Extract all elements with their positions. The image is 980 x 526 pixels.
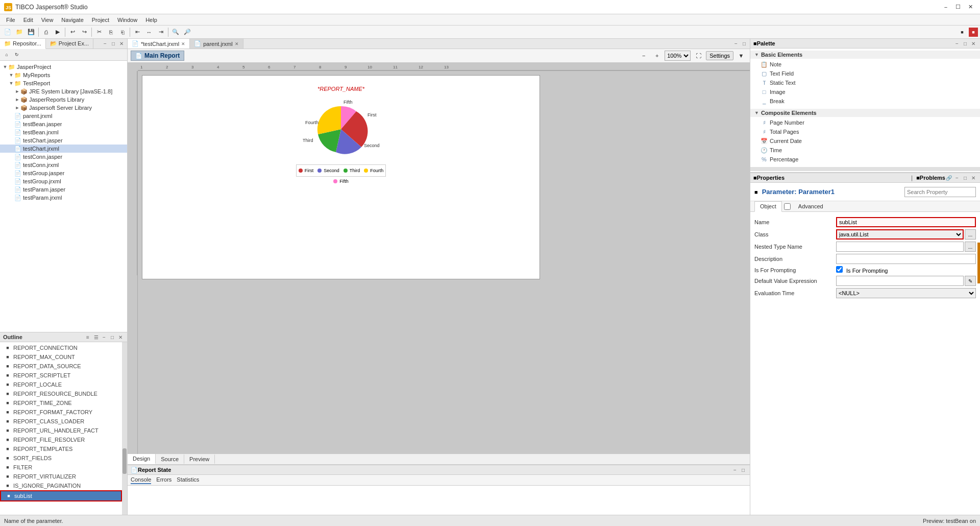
- tree-item-testchart-jrxml[interactable]: 📄 testChart.jrxml: [0, 145, 127, 153]
- props-min-icon[interactable]: −: [953, 174, 961, 181]
- tree-item-testgroup-jasper[interactable]: 📄 testGroup.jasper: [0, 169, 127, 177]
- outline-item-report-templates[interactable]: ■ REPORT_TEMPLATES: [0, 444, 122, 453]
- props-input-description[interactable]: [836, 254, 976, 264]
- tree-home-btn[interactable]: ⌂: [2, 50, 11, 59]
- palette-item-image[interactable]: □ Image: [750, 87, 980, 97]
- tb-print[interactable]: ⎙: [40, 27, 52, 38]
- tree-item-testgroup-jrxml[interactable]: 📄 testGroup.jrxml: [0, 177, 127, 185]
- tb-right-max[interactable]: ■: [969, 28, 978, 37]
- tb-align-center[interactable]: ↔: [143, 27, 155, 38]
- tree-item-jaspersoft-lib[interactable]: ► 📦 Jaspersoft Server Library: [0, 104, 127, 112]
- outline-minimize-icon[interactable]: −: [101, 333, 108, 341]
- palette-close-icon[interactable]: ✕: [970, 40, 977, 47]
- minimize-panel-icon[interactable]: −: [102, 40, 109, 47]
- minimize-button[interactable]: −: [940, 2, 951, 13]
- view-tab-design[interactable]: Design: [128, 454, 156, 464]
- palette-item-textfield[interactable]: ▢ Text Field: [750, 69, 980, 78]
- tree-item-testconn-jasper[interactable]: 📄 testConn.jasper: [0, 153, 127, 161]
- tab-repository[interactable]: 📁 Repositor...: [0, 39, 46, 49]
- props-checkbox-prompting[interactable]: [836, 266, 843, 273]
- outline-maximize-icon[interactable]: □: [109, 333, 116, 341]
- outline-item-report-url-handler[interactable]: ■ REPORT_URL_HANDLER_FACT: [0, 426, 122, 435]
- outline-collapse-icon[interactable]: ≡: [84, 333, 91, 341]
- zoom-select[interactable]: 100% 75% 50% 150%: [665, 51, 691, 61]
- rs-tab-statistics[interactable]: Statistics: [177, 476, 199, 484]
- menu-view[interactable]: View: [37, 16, 58, 24]
- tree-item-jre-lib[interactable]: ► 📦 JRE System Library [JavaSE-1.8]: [0, 87, 127, 95]
- palette-item-currentdate[interactable]: 📅 Current Date: [750, 136, 980, 146]
- outline-item-report-data-source[interactable]: ■ REPORT_DATA_SOURCE: [0, 362, 122, 371]
- close-panel-icon[interactable]: ✕: [118, 40, 125, 47]
- settings-dropdown-btn[interactable]: ▼: [736, 50, 747, 61]
- outline-item-sort-fields[interactable]: ■ SORT_FIELDS: [0, 453, 122, 463]
- canvas-scroll-area[interactable]: *REPORT_NAME*: [138, 71, 750, 454]
- tab-project-explorer[interactable]: 📂 Project Ex...: [46, 39, 93, 49]
- palette-min-icon[interactable]: −: [953, 40, 961, 47]
- palette-max-icon[interactable]: □: [962, 40, 969, 47]
- tab-parent-close[interactable]: ✕: [235, 41, 239, 46]
- tb-redo[interactable]: ↪: [79, 27, 90, 38]
- close-button[interactable]: ✕: [965, 2, 976, 13]
- props-max-icon[interactable]: □: [962, 174, 969, 181]
- outline-item-report-scriptlet[interactable]: ■ REPORT_SCRIPTLET: [0, 371, 122, 380]
- settings-btn[interactable]: Settings: [706, 51, 733, 60]
- menu-file[interactable]: File: [2, 16, 19, 24]
- palette-item-percentage[interactable]: % Percentage: [750, 155, 980, 164]
- zoom-in-btn[interactable]: +: [651, 50, 663, 61]
- tb-copy[interactable]: ⎘: [105, 27, 116, 38]
- menu-project[interactable]: Project: [88, 16, 113, 24]
- outline-item-sublist[interactable]: ■ subList: [0, 490, 122, 501]
- palette-basic-header[interactable]: ▼ Basic Elements: [750, 51, 980, 59]
- menu-edit[interactable]: Edit: [19, 16, 37, 24]
- props-input-name[interactable]: [836, 217, 976, 227]
- rs-minimize-icon[interactable]: −: [731, 466, 739, 473]
- tree-item-testchart-jasper[interactable]: 📄 testChart.jasper: [0, 136, 127, 145]
- rs-tab-errors[interactable]: Errors: [156, 476, 172, 484]
- outline-item-report-class-loader[interactable]: ■ REPORT_CLASS_LOADER: [0, 417, 122, 426]
- tb-align-right[interactable]: ⇥: [155, 27, 166, 38]
- menu-window[interactable]: Window: [113, 16, 141, 24]
- editor-max-icon[interactable]: □: [741, 40, 748, 47]
- props-search-input[interactable]: [904, 187, 976, 197]
- props-nested-type-btn[interactable]: ...: [965, 242, 976, 252]
- outline-item-filter[interactable]: ■ FILTER: [0, 463, 122, 472]
- tb-open[interactable]: 📁: [14, 27, 25, 38]
- tb-zoom-out[interactable]: 🔍: [170, 27, 181, 38]
- tb-zoom-in[interactable]: 🔎: [182, 27, 193, 38]
- props-default-value-edit-btn[interactable]: ✎: [965, 276, 976, 286]
- tb-save[interactable]: 💾: [26, 27, 37, 38]
- props-input-nested-type[interactable]: [836, 242, 964, 252]
- rs-tab-console[interactable]: Console: [131, 476, 151, 484]
- tree-item-jasperproject[interactable]: ▼ 📁 JasperProject: [0, 63, 127, 71]
- outline-item-report-max-count[interactable]: ■ REPORT_MAX_COUNT: [0, 352, 122, 362]
- tree-item-testreport[interactable]: ▼ 📁 TestReport: [0, 79, 127, 87]
- outline-item-report-virtualizer[interactable]: ■ REPORT_VIRTUALIZER: [0, 472, 122, 481]
- outline-item-report-file-resolver[interactable]: ■ REPORT_FILE_RESOLVER: [0, 435, 122, 444]
- tb-undo[interactable]: ↩: [67, 27, 78, 38]
- tree-refresh-btn[interactable]: ↻: [12, 50, 21, 59]
- outline-item-report-locale[interactable]: ■ REPORT_LOCALE: [0, 380, 122, 389]
- outline-item-report-time-zone[interactable]: ■ REPORT_TIME_ZONE: [0, 398, 122, 408]
- tab-testchart[interactable]: 📄 *testChart.jrxml ✕: [128, 39, 190, 49]
- tb-align-left[interactable]: ⇤: [132, 27, 143, 38]
- props-link-icon[interactable]: 🔗: [945, 174, 952, 181]
- zoom-out-btn[interactable]: −: [638, 50, 649, 61]
- palette-item-time[interactable]: 🕐 Time: [750, 146, 980, 155]
- props-advanced-checkbox[interactable]: [784, 203, 791, 210]
- palette-scrollbar[interactable]: [750, 167, 980, 171]
- outline-close-icon[interactable]: ✕: [117, 333, 124, 341]
- view-tab-preview[interactable]: Preview: [184, 455, 215, 464]
- outline-sort-icon[interactable]: ☰: [92, 333, 100, 341]
- outline-item-report-connection[interactable]: ■ REPORT_CONNECTION: [0, 343, 122, 352]
- props-select-eval-time[interactable]: <NULL> Now Report Page Column Group Band…: [836, 288, 976, 298]
- palette-composite-header[interactable]: ▼ Composite Elements: [750, 109, 980, 117]
- main-report-tab[interactable]: 📄 Main Report: [131, 51, 184, 61]
- tab-testchart-close[interactable]: ✕: [181, 41, 185, 46]
- outline-item-report-format-factory[interactable]: ■ REPORT_FORMAT_FACTORY: [0, 408, 122, 417]
- zoom-fit-btn[interactable]: ⛶: [693, 50, 704, 61]
- rs-maximize-icon[interactable]: □: [740, 466, 747, 473]
- outline-item-report-resource-bundle[interactable]: ■ REPORT_RESOURCE_BUNDLE: [0, 389, 122, 398]
- props-close-icon[interactable]: ✕: [970, 174, 977, 181]
- menu-help[interactable]: Help: [141, 16, 161, 24]
- props-tab-object[interactable]: Object: [754, 201, 782, 212]
